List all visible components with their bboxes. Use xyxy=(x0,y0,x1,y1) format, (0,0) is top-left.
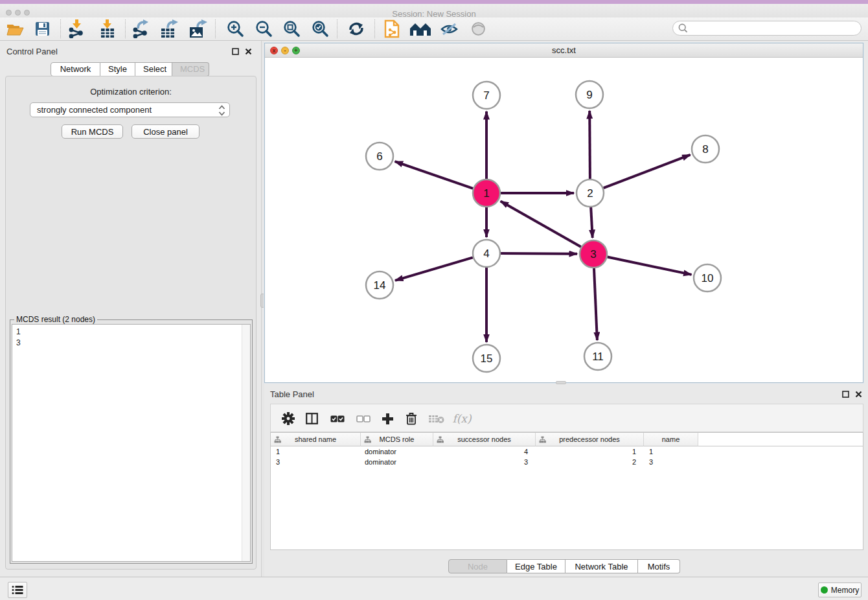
tab-network-table[interactable]: Network Table xyxy=(565,559,638,573)
memory-label: Memory xyxy=(831,586,859,595)
graph-node-label: 3 xyxy=(590,248,596,260)
search-icon xyxy=(678,23,688,33)
mcds-result-scrollbar[interactable] xyxy=(242,325,250,561)
toggle-column-view-button[interactable] xyxy=(302,410,321,427)
refresh-icon xyxy=(348,21,365,37)
network-window-title: scc.txt xyxy=(265,45,863,55)
column-header-mcds-role[interactable]: MCDS role xyxy=(361,433,433,446)
status-bar: Memory xyxy=(0,577,868,600)
column-header-successor-nodes[interactable]: successor nodes xyxy=(433,433,536,446)
graph-edge-1-6[interactable] xyxy=(395,161,474,189)
graph-node-15[interactable]: 15 xyxy=(473,345,500,372)
graph-edge-2-9[interactable] xyxy=(589,111,590,179)
column-header-filler xyxy=(698,433,863,446)
table-toolbar: f(x) xyxy=(270,404,863,432)
table-row[interactable]: 1 dominator 4 1 1 xyxy=(271,446,863,457)
export-network-button[interactable] xyxy=(130,19,153,39)
hide-selected-button[interactable] xyxy=(437,19,461,39)
show-panels-button[interactable] xyxy=(8,582,27,598)
search-input[interactable] xyxy=(672,21,862,36)
apply-function-button[interactable]: f(x) xyxy=(452,410,472,427)
select-all-button[interactable] xyxy=(328,410,347,427)
graph-edge-2-8[interactable] xyxy=(604,155,691,188)
graph-node-7[interactable]: 7 xyxy=(473,82,500,109)
table-options-button[interactable] xyxy=(279,410,298,427)
delete-column-button[interactable] xyxy=(402,410,421,427)
column-header-shared-name[interactable]: shared name xyxy=(271,433,361,446)
graph-node-14[interactable]: 14 xyxy=(366,271,393,299)
graph-node-10[interactable]: 10 xyxy=(694,264,721,292)
control-panel-title: Control Panel xyxy=(6,47,58,56)
cell-mcds-role: dominator xyxy=(361,457,433,467)
cell-shared-name: 3 xyxy=(271,457,361,467)
table-panel-close-button[interactable] xyxy=(855,390,863,398)
import-table-button[interactable] xyxy=(96,19,119,39)
cell-name: 1 xyxy=(644,446,698,457)
network-canvas[interactable]: 7968124314101511 xyxy=(265,58,863,382)
export-image-button[interactable] xyxy=(187,19,210,39)
graph-node-label: 2 xyxy=(587,187,593,200)
refresh-layout-button[interactable] xyxy=(345,19,368,39)
tab-node-table[interactable]: Node Table xyxy=(448,559,507,573)
column-header-predecessor-nodes[interactable]: predecessor nodes xyxy=(536,433,644,446)
delete-table-icon xyxy=(428,414,444,424)
save-session-button[interactable] xyxy=(30,19,54,39)
cell-shared-name: 1 xyxy=(271,446,361,457)
sort-tree-icon xyxy=(437,436,444,443)
mcds-result-box[interactable]: 1 3 xyxy=(12,324,251,562)
graph-edge-3-11[interactable] xyxy=(594,268,597,340)
mcds-panel: Optimization criterion: strongly connect… xyxy=(5,76,257,570)
table-panel-float-button[interactable] xyxy=(842,390,851,398)
open-session-button[interactable] xyxy=(3,19,27,39)
delete-table-button[interactable] xyxy=(426,410,446,427)
graph-edge-3-10[interactable] xyxy=(608,257,692,275)
home-view-button[interactable] xyxy=(409,19,432,39)
column-header-name[interactable]: name xyxy=(644,433,698,446)
close-panel-button[interactable]: Close panel xyxy=(131,124,200,139)
graph-node-label: 4 xyxy=(483,248,489,260)
graph-node-11[interactable]: 11 xyxy=(584,343,611,370)
run-mcds-button[interactable]: Run MCDS xyxy=(62,124,123,139)
graph-edge-2-3[interactable] xyxy=(591,207,593,238)
tab-select[interactable]: Select xyxy=(135,62,172,76)
graph-node-3[interactable]: 3 xyxy=(580,240,607,268)
network-window-titlebar[interactable]: x - + scc.txt xyxy=(265,43,863,58)
zoom-selected-button[interactable] xyxy=(308,19,332,39)
clone-network-button[interactable] xyxy=(380,19,404,39)
graph-edge-3-1[interactable] xyxy=(501,201,581,247)
cell-successor-nodes: 3 xyxy=(433,457,536,467)
eye-disabled-icon xyxy=(470,22,486,36)
graph-edge-4-14[interactable] xyxy=(395,257,473,281)
deselect-all-button[interactable] xyxy=(354,410,373,427)
graph-node-2[interactable]: 2 xyxy=(577,179,604,207)
show-hidden-button[interactable] xyxy=(466,19,490,39)
control-panel-close-button[interactable] xyxy=(245,47,253,56)
tab-motifs[interactable]: Motifs xyxy=(638,559,680,573)
graph-node-9[interactable]: 9 xyxy=(576,81,603,108)
zoom-fit-button[interactable] xyxy=(280,19,303,39)
graph-node-1[interactable]: 1 xyxy=(473,179,500,207)
graph-node-8[interactable]: 8 xyxy=(692,135,719,163)
export-table-button[interactable] xyxy=(158,19,181,39)
add-column-button[interactable] xyxy=(378,410,397,427)
table-row[interactable]: 3 dominator 3 2 3 xyxy=(271,457,863,467)
graph-edge-4-3[interactable] xyxy=(501,253,577,254)
tab-mcds[interactable]: MCDS xyxy=(172,62,209,76)
zoom-in-button[interactable] xyxy=(223,19,247,39)
network-resize-handle[interactable] xyxy=(556,381,566,384)
graph-node-4[interactable]: 4 xyxy=(473,240,500,267)
save-floppy-icon xyxy=(35,21,50,36)
memory-button[interactable]: Memory xyxy=(818,583,862,597)
zoom-out-button[interactable] xyxy=(252,19,275,39)
tab-style[interactable]: Style xyxy=(100,62,135,76)
control-panel-float-button[interactable] xyxy=(232,47,240,56)
tab-edge-table[interactable]: Edge Table xyxy=(507,559,565,573)
graph-node-label: 7 xyxy=(483,89,489,102)
import-network-button[interactable] xyxy=(65,19,88,39)
list-icon xyxy=(12,585,23,595)
tab-network[interactable]: Network xyxy=(51,62,100,76)
export-network-icon xyxy=(131,19,151,38)
optimization-criterion-select[interactable]: strongly connected component xyxy=(30,102,230,117)
graph-node-6[interactable]: 6 xyxy=(366,143,393,170)
graph-node-label: 14 xyxy=(374,279,386,292)
